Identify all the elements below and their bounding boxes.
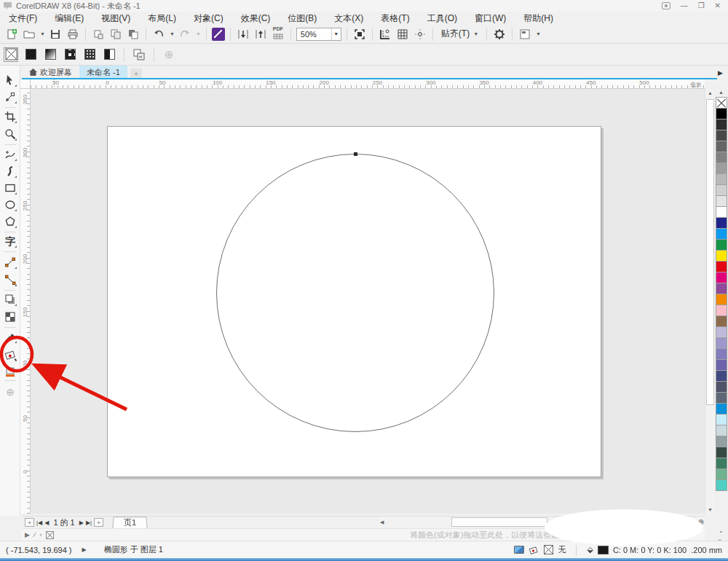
color-swatch-26[interactable]	[716, 392, 727, 404]
color-swatch-23[interactable]	[716, 359, 727, 371]
color-swatch-20[interactable]	[716, 326, 727, 338]
options-gear-icon[interactable]	[492, 27, 507, 42]
zoom-tool[interactable]	[3, 127, 17, 141]
drawing-canvas[interactable]	[31, 89, 705, 514]
color-swatch-4[interactable]	[716, 152, 727, 163]
paste-icon[interactable]	[126, 27, 141, 42]
color-swatch-15[interactable]	[716, 272, 727, 283]
tab-welcome-screen[interactable]: 欢迎屏幕	[22, 66, 79, 79]
cut-icon[interactable]	[91, 27, 106, 42]
vertical-scrollbar[interactable]: ▲ ▼	[705, 89, 714, 514]
ruler-origin-corner[interactable]	[20, 79, 31, 89]
menu-item-0[interactable]: 文件(F)	[0, 12, 46, 25]
fill-none-swatch[interactable]	[544, 545, 553, 554]
undo-dropdown-icon[interactable]: ▼	[170, 31, 175, 36]
import-icon[interactable]	[236, 27, 250, 42]
menu-item-5[interactable]: 效果(C)	[232, 12, 280, 25]
copy-fill-button[interactable]	[132, 47, 146, 62]
pick-tool[interactable]	[3, 73, 17, 87]
menu-item-9[interactable]: 工具(O)	[419, 12, 466, 25]
save-icon[interactable]	[48, 27, 63, 42]
color-swatch-18[interactable]	[716, 305, 727, 316]
shape-tool[interactable]	[3, 90, 17, 104]
color-swatch-22[interactable]	[716, 348, 727, 360]
color-swatch-7[interactable]	[716, 184, 727, 196]
horizontal-ruler[interactable]: 毫米 50050100150200250300350400450500	[31, 79, 705, 89]
palette-scroll-down-icon[interactable]: ⌄	[719, 527, 724, 534]
edit-fill-button[interactable]: ⊕	[162, 47, 176, 62]
zoom-level-combo[interactable]: 50% ▼	[296, 28, 341, 41]
drop-shadow-tool[interactable]	[3, 292, 17, 307]
text-tool[interactable]: 字	[3, 234, 17, 248]
color-swatch-13[interactable]	[716, 250, 727, 262]
show-rulers-icon[interactable]	[378, 27, 392, 42]
color-swatch-29[interactable]	[716, 425, 727, 436]
show-guidelines-icon[interactable]	[413, 27, 427, 42]
scroll-up-icon[interactable]: ▲	[708, 90, 713, 95]
snap-to-button[interactable]: 贴齐(T) ▼	[438, 28, 481, 40]
fullscreen-preview-icon[interactable]	[352, 27, 367, 42]
open-dropdown-icon[interactable]: ▼	[40, 31, 45, 36]
launcher-dropdown-icon[interactable]: ▼	[536, 31, 541, 36]
redo-icon[interactable]	[178, 27, 192, 42]
menu-item-8[interactable]: 表格(T)	[372, 12, 418, 25]
color-swatch-31[interactable]	[716, 447, 727, 458]
no-fill-button[interactable]	[4, 47, 18, 62]
color-swatch-6[interactable]	[716, 173, 727, 185]
launcher-icon[interactable]	[518, 27, 532, 42]
color-swatch-34[interactable]	[716, 479, 727, 491]
color-swatch-25[interactable]	[716, 381, 727, 393]
color-swatch-5[interactable]	[716, 162, 727, 174]
add-tools-button[interactable]: ⊕	[3, 385, 17, 399]
ellipse-top-node[interactable]	[354, 152, 357, 156]
color-swatch-24[interactable]	[716, 370, 727, 382]
first-page-icon[interactable]: |◀	[36, 519, 42, 526]
vertical-ruler[interactable]: 350300250200150100500	[20, 89, 31, 514]
color-swatch-16[interactable]	[716, 283, 727, 294]
menu-item-2[interactable]: 视图(V)	[92, 12, 139, 25]
color-swatch-30[interactable]	[716, 436, 727, 447]
ellipse-tool[interactable]	[3, 197, 17, 212]
fill-bucket-icon[interactable]	[529, 545, 539, 555]
redo-dropdown-icon[interactable]: ▼	[196, 31, 201, 36]
menu-item-4[interactable]: 对象(C)	[185, 12, 232, 25]
menu-item-3[interactable]: 布局(L)	[139, 12, 185, 25]
color-swatch-9[interactable]	[716, 206, 727, 218]
horizontal-scrollbar-thumb[interactable]	[451, 517, 547, 527]
color-swatch-0[interactable]	[716, 108, 727, 119]
previous-page-icon[interactable]: ◀	[44, 519, 49, 526]
color-swatch-11[interactable]	[716, 228, 727, 240]
color-swatch-3[interactable]	[716, 141, 727, 152]
dimension-tool[interactable]	[3, 255, 17, 270]
crop-tool[interactable]	[3, 109, 17, 124]
account-icon[interactable]	[662, 2, 670, 9]
postscript-fill-button[interactable]	[102, 47, 116, 62]
color-swatch-2[interactable]	[716, 130, 727, 141]
color-swatch-32[interactable]	[716, 458, 727, 469]
interactive-fill-tool[interactable]	[3, 348, 17, 362]
new-document-icon[interactable]	[4, 27, 19, 42]
color-swatch-21[interactable]	[716, 337, 727, 349]
tab-document[interactable]: 未命名 -1	[79, 66, 127, 79]
polygon-tool[interactable]	[3, 214, 17, 229]
add-page-before-button[interactable]: +	[25, 518, 34, 527]
color-swatch-17[interactable]	[716, 294, 727, 305]
next-page-icon[interactable]: ▶	[79, 519, 84, 526]
pattern-fill-button[interactable]	[63, 47, 77, 62]
connector-tool[interactable]	[3, 272, 17, 287]
palette-left-icon[interactable]: ‹	[39, 531, 41, 538]
color-swatch-27[interactable]	[716, 403, 727, 415]
scroll-down-icon[interactable]: ▼	[708, 507, 713, 512]
color-swatch-28[interactable]	[716, 414, 727, 425]
show-grid-icon[interactable]	[395, 27, 410, 42]
fountain-fill-button[interactable]	[43, 47, 58, 62]
color-eyedropper-tool[interactable]	[3, 329, 17, 344]
palette-scroll-up-icon[interactable]: ▲	[719, 90, 724, 95]
color-swatch-10[interactable]	[716, 217, 727, 229]
transparency-tool[interactable]	[3, 310, 17, 324]
search-content-icon[interactable]	[212, 28, 225, 41]
no-color-swatch[interactable]	[716, 97, 727, 109]
palette-eyedropper-icon[interactable]: ∕	[34, 531, 36, 538]
scroll-left-icon[interactable]: ◀	[380, 519, 384, 525]
menu-item-1[interactable]: 编辑(E)	[46, 12, 92, 25]
